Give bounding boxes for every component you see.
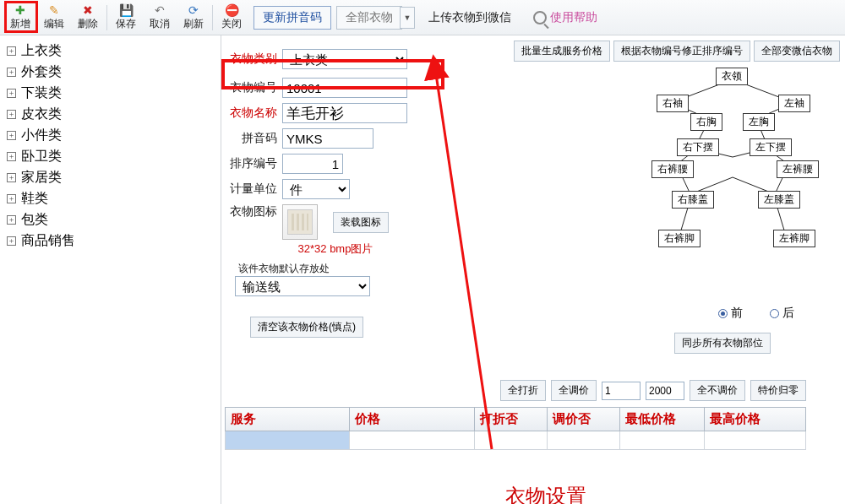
pencil-icon: ✎ <box>46 3 62 17</box>
refresh-label: 刷新 <box>183 17 204 31</box>
pinyin-input[interactable] <box>282 128 373 149</box>
batch-gen-price-button[interactable]: 批量生成服务价格 <box>514 41 610 62</box>
save-label: 保存 <box>116 17 136 31</box>
price-adjust-row: 全打折 全调价 全不调价 特价归零 <box>500 380 806 401</box>
tree-item[interactable]: +皮衣类 <box>3 104 217 125</box>
expand-icon: + <box>7 110 16 119</box>
diagram-part-rightFoot[interactable]: 右裤脚 <box>658 230 701 247</box>
tree-item[interactable]: +鞋类 <box>3 188 217 209</box>
search-icon <box>533 11 547 24</box>
service-price-table: 服务价格打折否调价否最低价格最高价格 <box>225 407 840 450</box>
expand-icon: + <box>7 215 16 225</box>
main-toolbar: ✚新增 ✎编辑 ✖删除 💾保存 ↶取消 ⟳刷新 ⛔关闭 更新拼音码 全部衣物 ▼… <box>0 0 845 35</box>
all-adjust-button[interactable]: 全调价 <box>551 380 597 401</box>
toolbar-separator <box>106 5 107 30</box>
svg-line-17 <box>436 74 492 449</box>
cancel-button[interactable]: ↶取消 <box>143 2 177 33</box>
undo-icon: ↶ <box>152 3 167 17</box>
tree-item[interactable]: +商品销售 <box>3 230 217 252</box>
diagram-part-rightHem[interactable]: 右下摆 <box>677 138 719 156</box>
main-panel: 批量生成服务价格 根据衣物编号修正排序编号 全部变微信衣物 衣物类别上衣类 衣物… <box>221 35 845 504</box>
save-button[interactable]: 💾保存 <box>109 2 143 33</box>
all-discount-button[interactable]: 全打折 <box>500 380 546 401</box>
icon-note: 32*32 bmp图片 <box>282 241 389 257</box>
delete-label: 删除 <box>78 17 98 31</box>
table-header: 打折否 <box>475 407 548 431</box>
diagram-part-leftFoot[interactable]: 左裤脚 <box>773 230 815 247</box>
table-cell[interactable] <box>705 431 806 450</box>
front-radio[interactable]: 前 <box>718 306 743 321</box>
edit-button[interactable]: ✎编辑 <box>37 2 71 33</box>
table-header: 服务 <box>225 407 350 431</box>
table-cell[interactable] <box>548 431 620 450</box>
toolbar-separator <box>212 5 213 30</box>
tree-item[interactable]: +上衣类 <box>3 41 217 62</box>
radio-dot-icon <box>718 309 728 318</box>
table-cell[interactable] <box>225 431 350 450</box>
adjust-val1-input[interactable] <box>602 382 641 400</box>
upload-wechat-button[interactable]: 上传衣物到微信 <box>420 7 520 29</box>
tree-item[interactable]: +小件类 <box>3 125 217 146</box>
body-part-diagram: 衣领右袖左袖右胸左胸右下摆左下摆右裤腰左裤腰右膝盖左膝盖右裤脚左裤脚 <box>624 68 840 279</box>
diagram-part-rightWaist[interactable]: 右裤腰 <box>651 160 694 178</box>
back-label: 后 <box>782 306 794 321</box>
delete-button[interactable]: ✖删除 <box>71 2 105 33</box>
update-pinyin-button[interactable]: 更新拼音码 <box>254 6 331 30</box>
all-clothes-button[interactable]: 全部衣物 <box>336 6 402 30</box>
diagram-part-leftWaist[interactable]: 左裤腰 <box>777 160 819 178</box>
sort-input[interactable] <box>282 154 343 174</box>
plus-icon: ✚ <box>13 3 28 17</box>
clothing-form: 衣物类别上衣类 衣物编号 衣物名称 拼音码 排序编号 计量单位件 衣物图标 装载… <box>225 49 438 338</box>
unit-select[interactable]: 件 <box>282 179 350 199</box>
expand-icon: + <box>7 131 16 140</box>
close-button[interactable]: ⛔关闭 <box>215 2 248 33</box>
table-cell[interactable] <box>350 431 475 450</box>
table-cell[interactable] <box>475 431 548 450</box>
all-clothes-dropdown[interactable]: ▼ <box>400 7 415 29</box>
new-button[interactable]: ✚新增 <box>3 2 37 33</box>
front-back-radio-group: 前 后 <box>718 306 794 321</box>
tree-item[interactable]: +包类 <box>3 209 217 230</box>
all-to-wechat-button[interactable]: 全部变微信衣物 <box>754 41 840 62</box>
tree-item-label: 上衣类 <box>21 42 62 60</box>
tree-item-label: 外套类 <box>21 63 62 81</box>
tree-item[interactable]: +卧卫类 <box>3 146 217 167</box>
cancel-label: 取消 <box>150 17 170 31</box>
diagram-part-leftChest[interactable]: 左胸 <box>743 113 775 131</box>
tree-item[interactable]: +家居类 <box>3 167 217 188</box>
sort-label: 排序编号 <box>225 156 282 171</box>
diagram-part-collar[interactable]: 衣领 <box>716 68 748 85</box>
expand-icon: + <box>7 46 16 56</box>
help-button[interactable]: 使用帮助 <box>525 7 606 29</box>
expand-icon: + <box>7 68 16 77</box>
tree-item[interactable]: +外套类 <box>3 62 217 83</box>
all-no-adjust-button[interactable]: 全不调价 <box>690 380 745 401</box>
diagram-part-leftKnee[interactable]: 左膝盖 <box>758 191 800 209</box>
diagram-part-rightKnee[interactable]: 右膝盖 <box>672 191 714 209</box>
expand-icon: + <box>7 236 16 246</box>
adjust-val2-input[interactable] <box>646 382 684 400</box>
special-reset-button[interactable]: 特价归零 <box>750 380 806 401</box>
back-radio[interactable]: 后 <box>770 306 794 321</box>
table-header: 最低价格 <box>620 407 705 431</box>
storage-select[interactable]: 输送线 <box>235 276 370 296</box>
code-input[interactable] <box>282 78 407 98</box>
expand-icon: + <box>7 89 16 98</box>
stop-icon: ⛔ <box>224 3 239 17</box>
clear-price-button[interactable]: 清空该衣物价格(慎点) <box>250 317 363 338</box>
diagram-part-rightSleeve[interactable]: 右袖 <box>657 95 689 112</box>
load-icon-button[interactable]: 装载图标 <box>333 212 389 233</box>
expand-icon: + <box>7 152 16 161</box>
refresh-button[interactable]: ⟳刷新 <box>177 2 210 33</box>
tree-item[interactable]: +下装类 <box>3 83 217 104</box>
fix-sort-button[interactable]: 根据衣物编号修正排序编号 <box>613 41 750 62</box>
diagram-part-leftHem[interactable]: 左下摆 <box>750 138 792 156</box>
sync-parts-button[interactable]: 同步所有衣物部位 <box>674 333 771 354</box>
table-cell[interactable] <box>620 431 705 450</box>
category-select[interactable]: 上衣类 <box>282 49 407 69</box>
icon-label: 衣物图标 <box>225 204 282 219</box>
name-input[interactable] <box>282 103 407 123</box>
diagram-part-leftSleeve[interactable]: 左袖 <box>778 95 810 112</box>
tree-item-label: 小件类 <box>21 127 62 144</box>
diagram-part-rightChest[interactable]: 右胸 <box>690 113 722 131</box>
